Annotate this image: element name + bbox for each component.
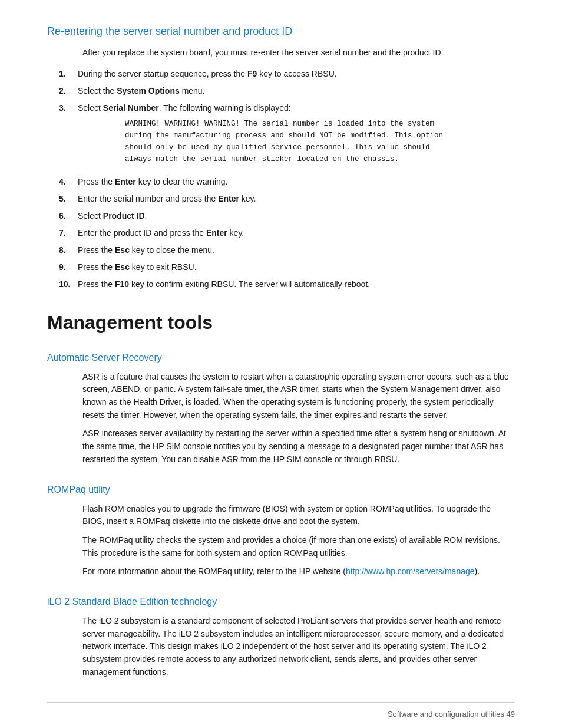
ilo-section: iLO 2 Standard Blade Edition technology … [47,595,515,678]
reenter-intro-block: After you replace the system board, you … [82,47,515,60]
asr-content: ASR is a feature that causes the system … [82,371,515,466]
step-6-content: Select Product ID. [78,210,515,222]
footer-text: Software and configuration utilities 49 [388,709,515,720]
asr-para1: ASR is a feature that causes the system … [82,371,515,422]
rompaq-para1: Flash ROM enables you to upgrade the fir… [82,503,515,528]
reenter-intro: After you replace the system board, you … [82,47,515,60]
asr-para2: ASR increases server availability by res… [82,427,515,466]
warning-block: WARNING! WARNING! WARNING! The serial nu… [125,118,515,165]
rompaq-para3-before: For more information about the ROMPaq ut… [82,566,346,576]
step-5-key: Enter [218,194,239,203]
ilo-content: The iLO 2 subsystem is a standard compon… [82,615,515,678]
step-5: 5. Enter the serial number and press the… [59,193,515,205]
step-1: 1. During the server startup sequence, p… [59,68,515,80]
step-9: 9. Press the Esc key to exit RBSU. [59,261,515,274]
page-footer: Software and configuration utilities 49 [47,702,515,720]
rompaq-content: Flash ROM enables you to upgrade the fir… [82,503,515,578]
step-2-content: Select the System Options menu. [78,85,515,97]
step-10: 10. Press the F10 key to confirm exiting… [59,278,515,291]
step-8-key: Esc [115,245,130,255]
step-5-content: Enter the serial number and press the En… [78,193,515,205]
step-8-num: 8. [59,244,78,256]
management-heading: Management tools [47,308,515,337]
ilo-para1: The iLO 2 subsystem is a standard compon… [82,615,515,678]
step-2: 2. Select the System Options menu. [59,85,515,97]
ilo-heading: iLO 2 Standard Blade Edition technology [47,595,515,609]
rompaq-para2: The ROMPaq utility checks the system and… [82,534,515,559]
step-7-num: 7. [59,227,78,239]
step-4-content: Press the Enter key to clear the warning… [78,176,515,188]
rompaq-link[interactable]: http://www.hp.com/servers/manage [346,566,475,576]
step-5-num: 5. [59,193,78,205]
step-4: 4. Press the Enter key to clear the warn… [59,176,515,188]
step-9-num: 9. [59,261,78,274]
step-10-num: 10. [59,278,78,291]
step-2-menu: System Options [117,86,180,95]
rompaq-para3-after: ). [475,566,480,576]
step-10-key: F10 [115,279,129,289]
rompaq-section: ROMPaq utility Flash ROM enables you to … [47,483,515,578]
step-6-num: 6. [59,210,78,222]
step-4-key: Enter [115,177,136,186]
asr-heading: Automatic Server Recovery [47,351,515,365]
asr-section: Automatic Server Recovery ASR is a featu… [47,351,515,466]
reenter-heading: Re-entering the server serial number and… [47,24,515,39]
step-3-num: 3. [59,102,78,114]
step-3-item: Serial Number [103,103,159,113]
step-3-content: Select Serial Number. The following warn… [78,102,515,171]
step-8-content: Press the Esc key to close the menu. [78,244,515,256]
rompaq-heading: ROMPaq utility [47,483,515,497]
step-8: 8. Press the Esc key to close the menu. [59,244,515,256]
step-7: 7. Enter the product ID and press the En… [59,227,515,239]
rompaq-para3: For more information about the ROMPaq ut… [82,565,515,578]
step-1-num: 1. [59,68,78,80]
step-1-content: During the server startup sequence, pres… [78,68,515,80]
steps-list: 1. During the server startup sequence, p… [59,68,515,291]
step-6: 6. Select Product ID. [59,210,515,222]
step-1-key: F9 [247,69,257,78]
step-7-content: Enter the product ID and press the Enter… [78,227,515,239]
step-9-content: Press the Esc key to exit RBSU. [78,261,515,274]
step-4-num: 4. [59,176,78,188]
step-3: 3. Select Serial Number. The following w… [59,102,515,171]
step-9-key: Esc [115,262,130,272]
step-6-item: Product ID [103,211,145,220]
step-2-num: 2. [59,85,78,97]
step-7-key: Enter [206,228,227,238]
reenter-section: Re-entering the server serial number and… [47,24,515,291]
step-10-content: Press the F10 key to confirm exiting RBS… [78,278,515,291]
